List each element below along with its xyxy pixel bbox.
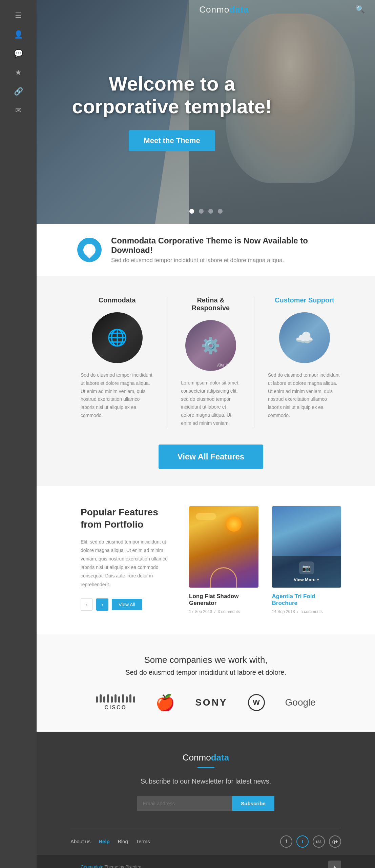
cisco-bar: [133, 696, 135, 703]
client-google: Google: [285, 697, 316, 708]
user-icon: 👤: [14, 30, 23, 39]
social-googleplus[interactable]: g+: [329, 835, 341, 848]
chat-icon: 💬: [14, 49, 23, 58]
footer-underline: [197, 767, 214, 768]
portfolio-card-2: 📷 View More + Agentia Tri Fold Brochure …: [272, 506, 341, 614]
cisco-bar: [111, 696, 113, 703]
cisco-bar: [122, 694, 124, 703]
footer-email-input[interactable]: [137, 796, 232, 811]
feat-title-1: Conmodata: [81, 296, 153, 304]
arch-decoration: [210, 567, 237, 588]
features-section-main: Conmodata 🌐 Sed do eiusmod tempor incidi…: [37, 276, 375, 486]
announcement-bar: Conmodata Corporative Theme is Now Avail…: [37, 224, 375, 276]
portfolio-image-2: 📷 View More +: [272, 506, 341, 588]
client-cisco: CISCO: [96, 694, 135, 711]
sun-decoration: [226, 516, 242, 532]
social-rss[interactable]: rss: [313, 835, 325, 848]
footer-credit-text: Conmodata Theme by Pixeden: [81, 864, 141, 868]
sidebar-item-chat[interactable]: 💬: [0, 44, 37, 63]
client-apple: 🍎: [155, 693, 175, 712]
portfolio-card-2-link[interactable]: Agentia Tri Fold Brochure: [272, 593, 315, 606]
feat-title-3: Customer Support: [268, 296, 341, 304]
footer-link-blog[interactable]: Blog: [118, 839, 128, 844]
footer-link-about[interactable]: About us: [70, 839, 90, 844]
feat-text-3: Sed do eiusmod tempor incididunt ut labo…: [268, 371, 341, 420]
cisco-bar: [96, 696, 98, 703]
carousel-dot-2[interactable]: [199, 209, 204, 214]
portfolio-description: Elit, sed do eiusmod tempor incididunt u…: [81, 538, 175, 589]
sidebar-item-star[interactable]: ★: [0, 63, 37, 82]
portfolio-info: Popular Features from Portfolio Elit, se…: [81, 506, 175, 611]
features-cta-wrap: View All Features: [81, 445, 341, 469]
announce-icon-shape: [81, 241, 98, 259]
features-cols: Conmodata 🌐 Sed do eiusmod tempor incidi…: [81, 296, 341, 428]
cisco-bar: [126, 696, 128, 703]
search-icon[interactable]: 🔍: [356, 5, 365, 14]
portfolio-section: Popular Features from Portfolio Elit, se…: [37, 486, 375, 634]
view-all-features-button[interactable]: View All Features: [159, 445, 263, 469]
sidebar-item-menu[interactable]: ☰: [0, 6, 37, 25]
portfolio-nav: ‹ › View All: [81, 598, 175, 611]
menu-icon: ☰: [15, 11, 22, 20]
feat-col-2: Retina & Responsive ⚙️ Kira W... Lorem i…: [167, 296, 254, 428]
sidebar-item-mail[interactable]: ✉: [0, 101, 37, 120]
footer-subscribe-button[interactable]: Subscribe: [232, 796, 274, 811]
clients-title: Some companies we work with,: [70, 655, 341, 665]
hero-cta-button[interactable]: Meet the Theme: [129, 130, 215, 151]
clients-logos: CISCO 🍎 SONY W Google: [70, 693, 341, 712]
footer-credit-link[interactable]: Conmodata: [81, 864, 103, 868]
footer-credit: Conmodata Theme by Pixeden ▲: [37, 855, 375, 868]
cisco-bar: [114, 694, 117, 703]
footer-link-terms[interactable]: Terms: [136, 839, 150, 844]
social-facebook[interactable]: f: [280, 835, 292, 848]
footer-newsletter-form: Subscribe: [70, 796, 341, 811]
carousel-dot-3[interactable]: [208, 209, 213, 214]
footer: Conmodata Subscribe to our Newsletter fo…: [37, 732, 375, 855]
announce-text: Conmodata Corporative Theme is Now Avail…: [111, 236, 334, 264]
footer-links: About us Help Blog Terms: [70, 839, 150, 844]
footer-bottom: About us Help Blog Terms f t rss g+: [70, 828, 341, 855]
sidebar-item-user[interactable]: 👤: [0, 25, 37, 44]
portfolio-prev-button[interactable]: ‹: [81, 598, 93, 611]
feat-text-2: Lorem ipsum dolor sit amet, consectetur …: [181, 379, 240, 428]
feat-img-2: ⚙️ Kira W...: [185, 320, 236, 371]
brand-logo[interactable]: Conmodata: [199, 4, 249, 15]
scroll-top-button[interactable]: ▲: [328, 861, 341, 868]
link-icon: 🔗: [14, 87, 23, 96]
portfolio-title: Popular Features from Portfolio: [81, 506, 175, 531]
footer-brand-wrap: Conmodata Subscribe to our Newsletter fo…: [70, 752, 341, 811]
carousel-dot-4[interactable]: [218, 209, 223, 214]
feat-img-1: 🌐: [92, 312, 143, 363]
cisco-bar: [100, 694, 102, 703]
feat-title-2: Retina & Responsive: [181, 296, 240, 312]
clients-section: Some companies we work with, Sed do eius…: [37, 634, 375, 732]
portfolio-view-all-button[interactable]: View All: [112, 599, 142, 610]
client-sony: SONY: [195, 697, 227, 708]
portfolio-image-1: [189, 506, 258, 588]
portfolio-next-button[interactable]: ›: [96, 598, 108, 611]
feat-col-1: Conmodata 🌐 Sed do eiusmod tempor incidi…: [81, 296, 167, 428]
footer-brand: Conmodata: [70, 752, 341, 763]
hero-section: Conmodata 🔍 Welcome to a corporative tem…: [37, 0, 375, 224]
portfolio-overlay-label: View More +: [294, 577, 319, 582]
portfolio-card-1-meta: 17 Sep 2013 / 3 comments: [189, 609, 258, 614]
star-icon: ★: [15, 68, 22, 77]
feat-col-3: Customer Support ☁️ Sed do eiusmod tempo…: [254, 296, 341, 428]
sidebar-item-link[interactable]: 🔗: [0, 82, 37, 101]
navbar: Conmodata 🔍: [73, 0, 375, 19]
cisco-bar: [103, 696, 105, 703]
carousel-dot-1[interactable]: [189, 209, 194, 214]
cloud-decoration: [196, 513, 216, 520]
cisco-bars: [96, 694, 135, 703]
hero-carousel-dots: [189, 209, 223, 214]
social-twitter[interactable]: t: [296, 835, 309, 848]
footer-link-help[interactable]: Help: [99, 839, 110, 844]
client-wordpress: W: [248, 694, 265, 711]
announce-title: Conmodata Corporative Theme is Now Avail…: [111, 236, 334, 255]
sidebar: ☰ 👤 💬 ★ 🔗 ✉: [0, 0, 37, 868]
portfolio-card-2-meta: 14 Sep 2013 / 5 comments: [272, 609, 341, 614]
cisco-bar: [107, 694, 109, 703]
cisco-label: CISCO: [104, 705, 127, 711]
feat-text-1: Sed do eiusmod tempor incididunt ut labo…: [81, 371, 153, 420]
portfolio-card-1-title: Long Flat Shadow Generator: [189, 593, 258, 607]
